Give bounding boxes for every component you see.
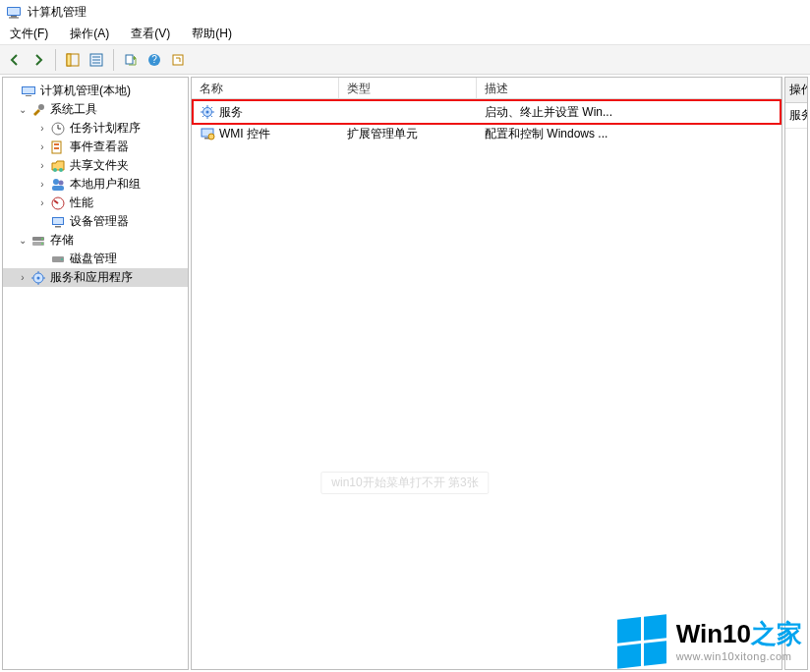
column-header-type[interactable]: 类型 (339, 78, 477, 98)
computer-management-window: 计算机管理 文件(F) 操作(A) 查看(V) 帮助(H) ? (0, 0, 810, 672)
shared-folder-icon (50, 158, 66, 174)
tree-root[interactable]: 计算机管理(本地) (3, 82, 188, 100)
svg-rect-3 (9, 18, 19, 19)
tree-pane[interactable]: 计算机管理(本地) ⌄ 系统工具 › 任务计划程序 › (2, 77, 189, 670)
tree-label: 本地用户和组 (70, 176, 141, 193)
chevron-right-icon[interactable]: › (36, 179, 48, 191)
svg-point-41 (37, 276, 40, 279)
device-icon (50, 214, 66, 230)
svg-rect-22 (54, 143, 59, 145)
tree-device-manager[interactable]: 设备管理器 (3, 212, 188, 231)
svg-rect-33 (55, 226, 61, 228)
menu-file[interactable]: 文件(F) (6, 24, 52, 44)
disk-icon (50, 252, 66, 267)
refresh-button[interactable] (167, 49, 189, 71)
toolbar: ? (0, 45, 810, 75)
tree-storage[interactable]: ⌄ 存储 (3, 231, 188, 250)
column-header-desc[interactable]: 描述 (477, 78, 781, 98)
cell-desc: 配置和控制 Windows ... (477, 126, 781, 142)
svg-point-36 (41, 238, 43, 240)
svg-text:?: ? (151, 54, 157, 65)
twisty-icon[interactable] (7, 85, 19, 97)
tree-local-users[interactable]: › 本地用户和组 (3, 175, 188, 194)
twisty-icon[interactable] (36, 253, 48, 265)
toolbar-separator (55, 49, 56, 71)
tree-label: 系统工具 (50, 101, 97, 118)
svg-point-25 (59, 168, 63, 172)
action-pane-header: 操作 (785, 78, 807, 103)
svg-rect-32 (53, 218, 63, 224)
toolbar-separator (113, 49, 114, 71)
tree-label: 设备管理器 (70, 213, 129, 230)
svg-point-17 (38, 104, 44, 110)
export-list-button[interactable] (120, 49, 142, 71)
chevron-right-icon[interactable]: › (36, 160, 48, 172)
chevron-right-icon[interactable]: › (17, 272, 29, 284)
computer-icon (21, 84, 36, 99)
twisty-icon[interactable] (36, 216, 48, 228)
forward-button[interactable] (28, 49, 49, 71)
window-title: 计算机管理 (28, 4, 87, 21)
svg-rect-16 (26, 95, 31, 96)
menu-action[interactable]: 操作(A) (66, 24, 113, 44)
list-header: 名称 类型 描述 (192, 78, 781, 99)
tools-icon (30, 102, 46, 118)
tree-shared-folders[interactable]: › 共享文件夹 (3, 156, 188, 175)
action-pane-item[interactable]: 服务 (785, 103, 807, 129)
svg-point-37 (41, 243, 43, 245)
properties-button[interactable] (86, 49, 107, 71)
cell-desc: 启动、终止并设置 Win... (477, 104, 781, 121)
tree-task-scheduler[interactable]: › 任务计划程序 (3, 119, 188, 138)
cell-name: WMI 控件 (219, 126, 270, 142)
performance-icon (50, 196, 66, 211)
svg-point-46 (208, 134, 214, 140)
svg-rect-23 (54, 147, 59, 149)
tree-system-tools[interactable]: ⌄ 系统工具 (3, 100, 188, 119)
action-pane: 操作 服务 (784, 77, 808, 670)
tree-event-viewer[interactable]: › 事件查看器 (3, 138, 188, 156)
list-row-wmi[interactable]: WMI 控件 扩展管理单元 配置和控制 Windows ... (192, 123, 781, 144)
column-header-name[interactable]: 名称 (192, 78, 339, 98)
svg-point-43 (206, 111, 209, 114)
back-button[interactable] (4, 49, 26, 71)
titlebar: 计算机管理 (0, 0, 810, 24)
tree-label: 磁盘管理 (70, 251, 117, 267)
help-button[interactable]: ? (144, 49, 165, 71)
svg-point-39 (61, 258, 63, 260)
menu-view[interactable]: 查看(V) (127, 24, 174, 44)
list-pane: 名称 类型 描述 服务 启动、终止并设置 Win... (191, 77, 782, 670)
services-icon (30, 270, 46, 286)
event-icon (50, 140, 66, 155)
content-area: 计算机管理(本地) ⌄ 系统工具 › 任务计划程序 › (0, 75, 810, 672)
tree-label: 性能 (70, 195, 93, 211)
cell-name: 服务 (219, 104, 243, 121)
tree-services-apps[interactable]: › 服务和应用程序 (3, 268, 188, 287)
tree-label: 事件查看器 (70, 139, 129, 155)
chevron-down-icon[interactable]: ⌄ (17, 104, 29, 116)
tree-performance[interactable]: › 性能 (3, 194, 188, 212)
show-hide-tree-button[interactable] (62, 49, 84, 71)
svg-rect-15 (23, 87, 34, 93)
menu-help[interactable]: 帮助(H) (188, 24, 236, 44)
tree-label: 任务计划程序 (70, 120, 141, 137)
chevron-right-icon[interactable]: › (36, 141, 48, 153)
menubar: 文件(F) 操作(A) 查看(V) 帮助(H) (0, 24, 810, 45)
svg-rect-2 (11, 16, 17, 18)
svg-point-26 (53, 179, 59, 185)
svg-rect-1 (8, 8, 20, 15)
storage-icon (30, 233, 46, 249)
svg-point-27 (59, 180, 64, 185)
chevron-right-icon[interactable]: › (36, 123, 48, 135)
cell-type: 扩展管理单元 (339, 126, 477, 142)
svg-rect-13 (173, 55, 183, 65)
list-row-services[interactable]: 服务 启动、终止并设置 Win... (192, 101, 781, 123)
tree-label: 计算机管理(本地) (40, 83, 131, 99)
svg-rect-28 (52, 186, 64, 191)
tree-disk-management[interactable]: 磁盘管理 (3, 250, 188, 268)
users-icon (50, 177, 66, 193)
tree-label: 共享文件夹 (70, 157, 129, 174)
chevron-down-icon[interactable]: ⌄ (17, 235, 29, 247)
chevron-right-icon[interactable]: › (36, 197, 48, 209)
app-icon (6, 4, 22, 20)
tree-label: 存储 (50, 232, 74, 249)
